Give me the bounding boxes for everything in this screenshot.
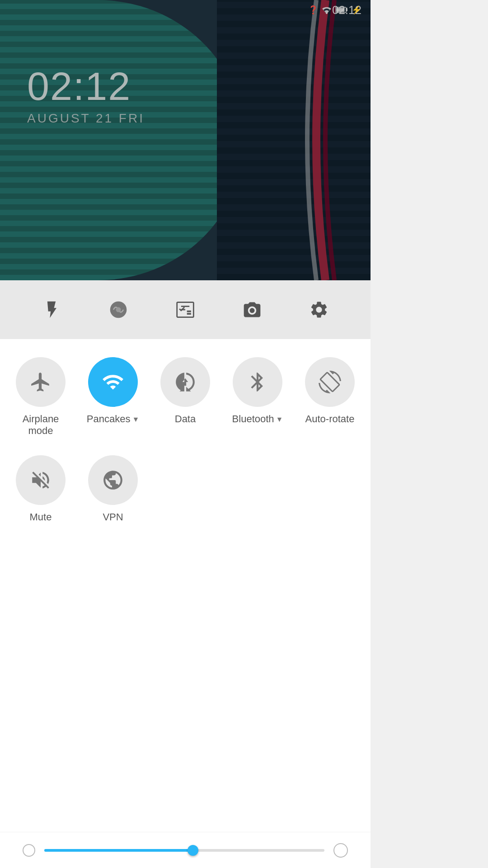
mute-icon: [29, 469, 52, 491]
brightness-low-icon: [23, 844, 35, 857]
lockscreen-clock: 02:12 AUGUST 21 FRI: [27, 63, 145, 126]
airplane-mode-label: Airplanemode: [23, 413, 59, 437]
bluetooth-toggle[interactable]: Bluetooth ▼: [226, 357, 289, 437]
custom-circle-icon: [108, 300, 128, 320]
brightness-fill: [44, 849, 198, 852]
brightness-thumb[interactable]: [188, 845, 198, 856]
wallpaper: 02:12 AUGUST 21 FRI 02:12 ❓ ⚡: [0, 0, 371, 280]
vpn-icon: [102, 469, 124, 491]
svg-point-11: [250, 308, 255, 313]
wifi-circle: [88, 357, 138, 407]
clock-time: 02:12: [27, 63, 145, 109]
clock-date: AUGUST 21 FRI: [27, 111, 145, 126]
settings-icon: [309, 300, 329, 320]
data-circle: [160, 357, 210, 407]
mute-circle: [16, 455, 66, 505]
status-icons: ❓ ⚡: [308, 5, 361, 15]
bluetooth-label: Bluetooth ▼: [232, 413, 283, 425]
mute-label: Mute: [30, 511, 52, 523]
quick-toolbar: [0, 280, 371, 339]
quick-toggles: Airplanemode Pancakes ▼: [0, 339, 371, 868]
data-toggle[interactable]: Data: [154, 357, 217, 437]
svg-point-0: [326, 12, 328, 14]
toggle-row-1: Airplanemode Pancakes ▼: [9, 357, 361, 437]
brightness-high-icon: [333, 843, 348, 858]
settings-button[interactable]: [305, 296, 333, 323]
data-label: Data: [175, 413, 196, 425]
svg-point-5: [116, 307, 121, 312]
vpn-toggle[interactable]: VPN: [81, 455, 145, 523]
toggle-row-2: Mute VPN: [9, 455, 361, 523]
brightness-slider[interactable]: [44, 849, 324, 852]
battery-icon: [335, 6, 348, 14]
bluetooth-circle: [233, 357, 282, 407]
autorotate-toggle[interactable]: Auto-rotate: [298, 357, 361, 437]
camera-button[interactable]: [239, 296, 266, 323]
airplane-icon: [29, 371, 52, 393]
data-icon: [174, 371, 197, 393]
charging-icon: ⚡: [352, 5, 361, 15]
signal-icon: ❓: [308, 5, 318, 15]
svg-rect-2: [346, 9, 347, 11]
wifi-icon: [322, 6, 332, 14]
autorotate-icon: [319, 371, 341, 393]
vpn-circle: [88, 455, 138, 505]
custom-circle-button[interactable]: [105, 296, 132, 323]
autorotate-circle: [305, 357, 355, 407]
svg-rect-3: [336, 8, 345, 12]
main-content: Airplanemode Pancakes ▼: [0, 280, 371, 868]
flashlight-icon: [42, 300, 61, 320]
airplane-mode-toggle[interactable]: Airplanemode: [9, 357, 72, 437]
wifi-toggle[interactable]: Pancakes ▼: [81, 357, 145, 437]
wifi-label: Pancakes ▼: [87, 413, 139, 425]
mute-toggle[interactable]: Mute: [9, 455, 72, 523]
tasklist-button[interactable]: [172, 296, 199, 323]
status-bar: 02:12 ❓ ⚡: [0, 0, 371, 20]
wifi-toggle-icon: [102, 371, 124, 393]
tasklist-icon: [175, 300, 195, 320]
airplane-mode-circle: [16, 357, 66, 407]
camera-icon: [242, 300, 262, 320]
bluetooth-icon: [246, 371, 269, 393]
autorotate-label: Auto-rotate: [305, 413, 355, 425]
flashlight-button[interactable]: [38, 296, 65, 323]
brightness-control[interactable]: [0, 832, 371, 868]
vpn-label: VPN: [103, 511, 123, 523]
